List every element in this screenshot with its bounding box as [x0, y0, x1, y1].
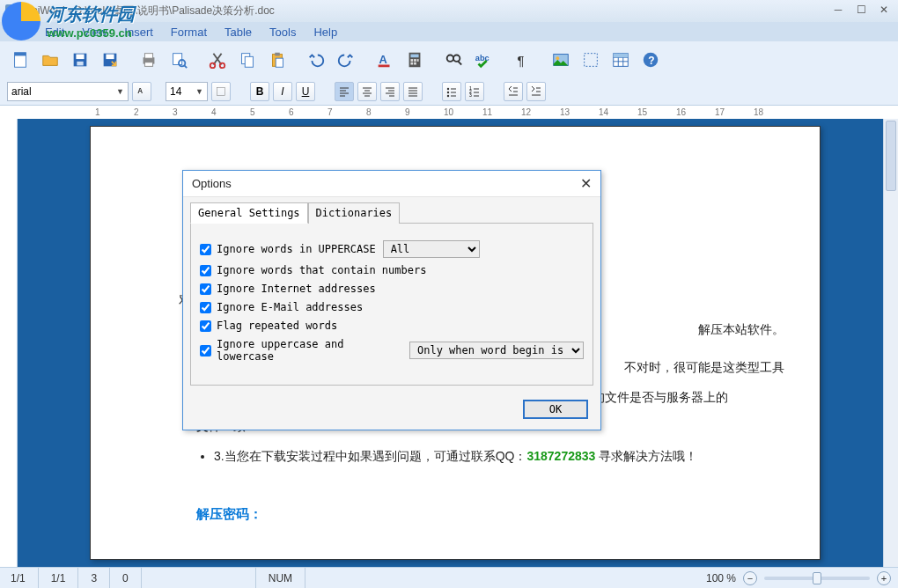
svg-point-36	[556, 56, 560, 60]
align-left-button[interactable]	[335, 82, 354, 101]
select-button[interactable]	[578, 47, 604, 73]
find-button[interactable]	[440, 47, 467, 73]
ruler-mark: 1	[95, 107, 100, 117]
svg-point-64	[447, 88, 449, 90]
undo-button[interactable]	[303, 47, 329, 73]
ruler-mark: 3	[173, 107, 178, 117]
copy-button[interactable]	[234, 47, 261, 73]
ruler-mark: 11	[482, 107, 492, 117]
close-button[interactable]: ✕	[873, 2, 894, 18]
svg-rect-37	[585, 54, 598, 67]
svg-rect-10	[173, 54, 182, 65]
help-button[interactable]: ?	[637, 47, 664, 73]
align-right-button[interactable]	[380, 82, 400, 101]
size-picker-button[interactable]	[211, 82, 231, 101]
checkbox-flag-repeated[interactable]	[200, 320, 211, 332]
spellcheck-button[interactable]: abc	[470, 47, 497, 73]
paste-button[interactable]	[264, 47, 291, 73]
checkbox-ignore-email[interactable]	[200, 302, 211, 313]
menu-edit[interactable]: Edit	[45, 26, 64, 39]
status-empty	[141, 568, 255, 588]
redo-button[interactable]	[333, 47, 359, 73]
font-name-select[interactable]: arial▼	[7, 82, 129, 101]
checkbox-ignore-numbers[interactable]	[200, 265, 211, 276]
bullets-button[interactable]	[442, 82, 461, 101]
svg-text:?: ?	[648, 55, 654, 67]
new-button[interactable]	[7, 47, 33, 73]
align-center-button[interactable]	[357, 82, 377, 101]
ok-button[interactable]: OK	[523, 400, 588, 419]
saveas-button[interactable]	[97, 47, 123, 73]
status-bar: 1/1 1/1 3 0 NUM 100 % − +	[0, 567, 898, 588]
cut-button[interactable]	[204, 47, 231, 73]
main-toolbar: A abc ¶ ?	[0, 41, 898, 78]
underline-button[interactable]: U	[296, 82, 315, 101]
open-button[interactable]	[37, 47, 63, 73]
checkbox-ignore-uppercase[interactable]	[200, 244, 211, 255]
font-color-button[interactable]: A	[372, 47, 398, 73]
svg-point-68	[447, 95, 449, 97]
window-title: AbiWord - D:\tools\桌面\说明书\Palisade决策分析.d…	[25, 4, 275, 18]
checkbox-ignore-internet[interactable]	[200, 283, 211, 295]
vertical-ruler	[0, 119, 18, 567]
zoom-slider[interactable]	[764, 577, 870, 580]
menu-view[interactable]: View	[82, 26, 107, 39]
table-button[interactable]	[607, 47, 634, 73]
zoom-label: 100 %	[706, 572, 736, 584]
svg-text:A: A	[137, 87, 143, 95]
menu-format[interactable]: Format	[171, 26, 207, 39]
maximize-button[interactable]: ☐	[850, 2, 872, 18]
title-bar: AW AbiWord - D:\tools\桌面\说明书\Palisade决策分…	[0, 0, 898, 22]
save-button[interactable]	[67, 47, 93, 73]
ruler-mark: 2	[134, 107, 139, 117]
tab-dictionaries[interactable]: Dictionaries	[308, 202, 401, 224]
pilcrow-button[interactable]: ¶	[509, 47, 535, 73]
print-preview-button[interactable]	[166, 47, 192, 73]
print-button[interactable]	[136, 47, 162, 73]
status-column: 3	[77, 568, 109, 588]
image-button[interactable]	[548, 47, 574, 73]
svg-line-32	[459, 62, 462, 65]
ruler-mark: 5	[250, 107, 255, 117]
minimize-button[interactable]: ─	[828, 2, 849, 18]
ruler-mark: 15	[637, 107, 647, 117]
numbering-button[interactable]: 123	[465, 82, 484, 101]
indent-increase-button[interactable]	[526, 82, 546, 101]
ruler-mark: 12	[521, 107, 531, 117]
tab-general-settings[interactable]: General Settings	[190, 202, 308, 224]
status-mode: NUM	[255, 568, 305, 588]
dialog-title: Options	[192, 177, 232, 190]
menu-insert[interactable]: Insert	[124, 26, 153, 39]
select-case-mode[interactable]: Only when word begin is upper	[409, 342, 584, 359]
font-size-select[interactable]: 14▼	[166, 82, 208, 101]
svg-point-14	[220, 63, 225, 69]
svg-text:abc: abc	[475, 54, 489, 62]
align-justify-button[interactable]	[403, 82, 423, 101]
bold-button[interactable]: B	[250, 82, 269, 101]
svg-rect-27	[410, 62, 413, 65]
checkbox-ignore-case[interactable]	[200, 345, 211, 356]
dialog-close-button[interactable]: ✕	[580, 175, 592, 192]
menu-table[interactable]: Table	[224, 26, 252, 39]
ruler-mark: 6	[289, 107, 294, 117]
calculator-button[interactable]	[401, 47, 428, 73]
svg-rect-25	[414, 59, 416, 62]
svg-rect-47	[217, 87, 224, 95]
svg-point-30	[453, 55, 460, 62]
select-uppercase-mode[interactable]: All	[383, 240, 480, 258]
zoom-out-button[interactable]: −	[743, 571, 757, 585]
font-picker-button[interactable]: A	[132, 82, 151, 101]
ruler-mark: 7	[328, 107, 333, 117]
italic-button[interactable]: I	[273, 82, 292, 101]
svg-rect-8	[144, 54, 152, 58]
menu-tools[interactable]: Tools	[269, 26, 296, 39]
menu-file[interactable]: File	[9, 26, 27, 39]
ruler-mark: 10	[444, 107, 453, 117]
svg-rect-24	[410, 59, 413, 62]
svg-rect-6	[106, 55, 114, 60]
svg-rect-16	[245, 56, 253, 67]
zoom-in-button[interactable]: +	[877, 571, 891, 585]
indent-decrease-button[interactable]	[504, 82, 523, 101]
menu-help[interactable]: Help	[313, 26, 337, 39]
vertical-scrollbar[interactable]	[883, 119, 898, 567]
